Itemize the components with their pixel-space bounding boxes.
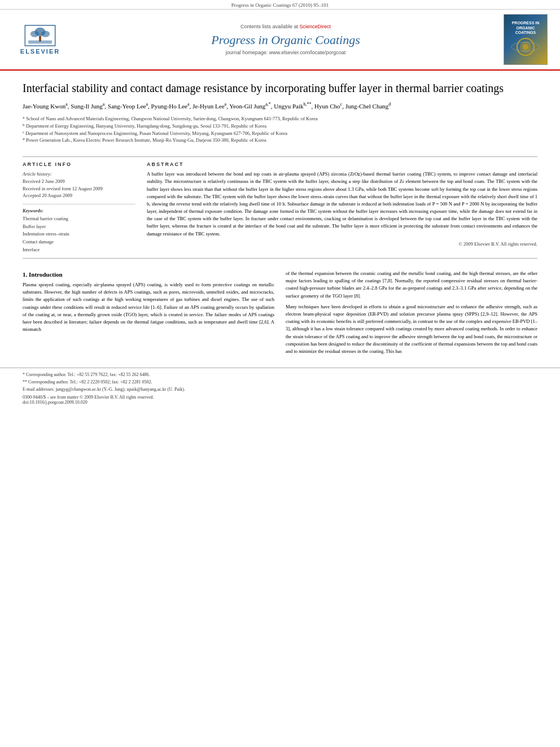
- journal-cover-image: PROGRESS IN ORGANIC COATINGS: [504, 14, 548, 65]
- keyword-5: Interface: [23, 246, 135, 254]
- abstract-column: ABSTRACT A buffer layer was introduced b…: [147, 161, 537, 254]
- accepted-date: Accepted 20 August 2009: [23, 192, 135, 199]
- journal-info-center: Contents lists available at ScienceDirec…: [71, 14, 500, 65]
- page: Progress in Organic Coatings 67 (2010) 9…: [0, 0, 560, 747]
- abstract-label: ABSTRACT: [147, 161, 537, 167]
- rights-text: 0300-9440/$ – see front matter © 2009 El…: [23, 395, 537, 400]
- body-two-col: 1. Introduction Plasma sprayed coating, …: [23, 270, 537, 359]
- elsevier-logo: ELSEVIER: [20, 24, 60, 55]
- section1-col-right-text-1: of the thermal expansion between the cer…: [286, 270, 537, 300]
- elsevier-name: ELSEVIER: [20, 48, 60, 55]
- journal-citation: Progress in Organic Coatings 67 (2010) 9…: [231, 2, 329, 8]
- body-col-right: of the thermal expansion between the cer…: [286, 270, 537, 359]
- body-col-left: 1. Introduction Plasma sprayed coating, …: [23, 270, 274, 359]
- footnote-email: E-mail addresses: jungyg@changwon.ac.kr …: [23, 386, 537, 394]
- affiliation-b: ᵇ Department of Energy Engineering, Hany…: [23, 123, 537, 130]
- keyword-3: Indentation stress–strain: [23, 230, 135, 238]
- article-history: Article history: Received 2 June 2009 Re…: [23, 171, 135, 199]
- history-label: Article history:: [23, 171, 135, 178]
- cover-art: [509, 36, 542, 58]
- page-header: ELSEVIER Contents lists available at Sci…: [0, 10, 560, 71]
- revised-date: Received in revised form 12 August 2009: [23, 185, 135, 193]
- article-info-column: ARTICLE INFO Article history: Received 2…: [23, 161, 135, 254]
- keyword-1: Thermal barrier coating: [23, 215, 135, 223]
- article-info-abstract: ARTICLE INFO Article history: Received 2…: [0, 161, 560, 254]
- affiliation-d: ᵈ Power Generation Lab., Korea Electric …: [23, 137, 537, 144]
- affiliation-c: ᶜ Department of Nanosystem and Nanoproce…: [23, 130, 537, 137]
- section1-col-left-text: Plasma sprayed coating, especially air-p…: [23, 281, 274, 333]
- body-section: 1. Introduction Plasma sprayed coating, …: [0, 263, 560, 359]
- footer-notes: * Corresponding author. Tel.: +82 55 279…: [0, 368, 560, 393]
- section1-col-right-text-2: Many techniques have been developed in e…: [286, 303, 537, 355]
- doi-section: 0300-9440/$ – see front matter © 2009 El…: [0, 393, 560, 407]
- section1-heading: 1. Introduction: [23, 271, 274, 278]
- footnote-star-star: ** Corresponding author. Tel.: +82 2 222…: [23, 379, 537, 386]
- author-names: Jae-Young Kwona, Sung-Il Junga, Sang-Yeo…: [23, 103, 391, 110]
- elsevier-tree-icon: [23, 24, 57, 47]
- doi-text: doi:10.1016/j.porgcoat.2009.10.020: [23, 400, 537, 405]
- footnote-star: * Corresponding author. Tel.: +82 55 279…: [23, 372, 537, 379]
- journal-bar: Progress in Organic Coatings 67 (2010) 9…: [0, 0, 560, 10]
- svg-point-8: [523, 44, 528, 50]
- article-title-section: Interfacial stability and contact damage…: [0, 71, 560, 152]
- affiliations: ᵃ School of Nano and Advanced Materials …: [23, 115, 537, 144]
- svg-point-3: [41, 30, 50, 37]
- svg-rect-5: [28, 41, 52, 44]
- journal-title: Progress in Organic Coatings: [211, 33, 360, 47]
- affiliation-a: ᵃ School of Nano and Advanced Materials …: [23, 115, 537, 123]
- keyword-4: Contact damage: [23, 238, 135, 246]
- divider-body: [23, 258, 537, 259]
- keyword-2: Buffer layer: [23, 223, 135, 231]
- article-info-label: ARTICLE INFO: [23, 161, 135, 167]
- abstract-text: A buffer layer was introduced between th…: [147, 171, 537, 238]
- divider-top: [23, 156, 537, 157]
- received-date: Received 2 June 2009: [23, 178, 135, 185]
- publisher-logo-area: ELSEVIER: [9, 14, 71, 65]
- authors-list: Jae-Young Kwona, Sung-Il Junga, Sang-Yeo…: [23, 101, 537, 111]
- contents-available: Contents lists available at ScienceDirec…: [240, 24, 331, 29]
- svg-point-2: [30, 30, 39, 37]
- journal-cover-area: PROGRESS IN ORGANIC COATINGS: [500, 14, 551, 65]
- cover-title-text: PROGRESS IN ORGANIC COATINGS: [506, 21, 545, 35]
- article-title: Interfacial stability and contact damage…: [23, 81, 537, 95]
- keywords-section: Keywords: Thermal barrier coating Buffer…: [23, 208, 135, 254]
- keywords-label: Keywords:: [23, 208, 135, 213]
- journal-homepage: journal homepage: www.elsevier.com/locat…: [226, 50, 346, 55]
- sciencedirect-link[interactable]: ScienceDirect: [300, 24, 331, 29]
- copyright-line: © 2009 Elsevier B.V. All rights reserved…: [147, 241, 537, 247]
- divider-keywords: [23, 204, 135, 204]
